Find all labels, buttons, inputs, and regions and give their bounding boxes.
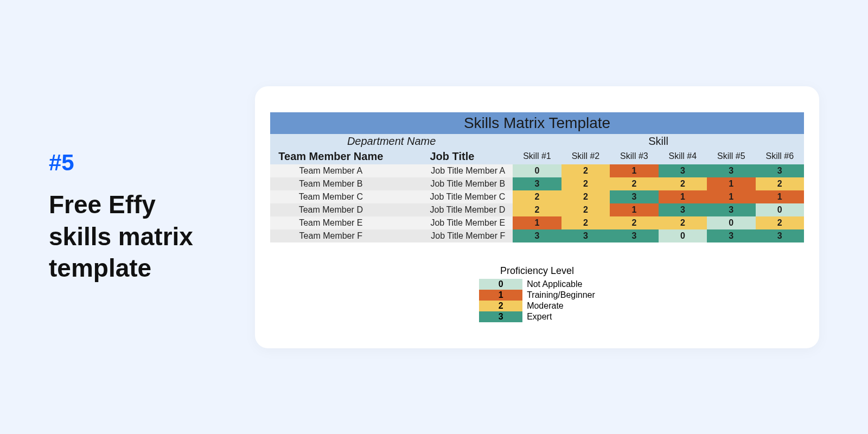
skill-cell: 2: [756, 177, 804, 190]
member-name: Team Member A: [270, 164, 392, 177]
skill-cell: 3: [659, 164, 707, 177]
skill-cell: 3: [513, 177, 561, 190]
skill-cell: 2: [610, 216, 658, 229]
legend-label: Training/Beginner: [522, 290, 595, 300]
skill-cell: 1: [756, 190, 804, 203]
member-name: Team Member C: [270, 190, 392, 203]
skill-cell: 3: [513, 229, 561, 242]
skill-cell: 1: [659, 190, 707, 203]
skill-header: Skill #1: [513, 149, 561, 164]
skill-cell: 3: [561, 229, 610, 242]
skill-cell: 3: [756, 229, 804, 242]
skill-cell: 1: [610, 203, 658, 216]
skill-cell: 3: [659, 203, 707, 216]
skill-cell: 1: [707, 190, 755, 203]
page-title: Free Effy skills matrix template: [49, 189, 222, 285]
template-card: Skills Matrix Template Department Name S…: [255, 86, 819, 348]
table-row: Team Member BJob Title Member B322212: [270, 177, 804, 190]
skill-cell: 2: [756, 216, 804, 229]
legend-row: 0Not Applicable: [479, 279, 595, 290]
table-row: Team Member EJob Title Member E122202: [270, 216, 804, 229]
skill-cell: 2: [513, 203, 561, 216]
job-title: Job Title Member D: [392, 203, 513, 216]
skill-cell: 1: [513, 216, 561, 229]
skill-cell: 0: [513, 164, 561, 177]
skill-cell: 3: [610, 229, 658, 242]
skill-header: Skill #6: [756, 149, 804, 164]
skill-cell: 3: [610, 190, 658, 203]
job-title: Job Title Member E: [392, 216, 513, 229]
skill-cell: 0: [756, 203, 804, 216]
skill-cell: 2: [561, 190, 610, 203]
table-row: Team Member CJob Title Member C223111: [270, 190, 804, 203]
table-row: Team Member AJob Title Member A021333: [270, 164, 804, 177]
skill-header: Skill #3: [610, 149, 658, 164]
job-title: Job Title Member B: [392, 177, 513, 190]
legend-row: 3Expert: [479, 311, 595, 322]
member-name: Team Member B: [270, 177, 392, 190]
job-title: Job Title Member A: [392, 164, 513, 177]
legend-label: Moderate: [522, 301, 564, 311]
member-name: Team Member F: [270, 229, 392, 242]
skill-cell: 2: [513, 190, 561, 203]
department-label: Department Name: [347, 135, 436, 147]
member-name: Team Member E: [270, 216, 392, 229]
skill-cell: 1: [707, 177, 755, 190]
skill-header: Skill #5: [707, 149, 755, 164]
skill-cell: 2: [659, 216, 707, 229]
legend-swatch: 0: [479, 279, 522, 290]
job-header: Job Title: [392, 149, 513, 164]
matrix-banner: Skills Matrix Template: [270, 112, 804, 134]
skill-cell: 3: [756, 164, 804, 177]
skill-cell: 1: [610, 164, 658, 177]
legend-row: 1Training/Beginner: [479, 290, 595, 301]
legend-title: Proficiency Level: [479, 265, 595, 277]
job-title: Job Title Member C: [392, 190, 513, 203]
legend-label: Not Applicable: [522, 279, 582, 289]
skill-cell: 2: [610, 177, 658, 190]
skill-cell: 2: [561, 203, 610, 216]
skill-cell: 0: [707, 216, 755, 229]
skill-group-label: Skill: [513, 134, 804, 149]
legend-swatch: 3: [479, 311, 522, 322]
skill-header: Skill #4: [659, 149, 707, 164]
skill-cell: 3: [707, 229, 755, 242]
table-row: Team Member DJob Title Member D221330: [270, 203, 804, 216]
number-tag: #5: [49, 150, 222, 176]
job-title: Job Title Member F: [392, 229, 513, 242]
skill-header: Skill #2: [561, 149, 610, 164]
skill-cell: 3: [707, 203, 755, 216]
skill-cell: 3: [707, 164, 755, 177]
legend: Proficiency Level 0Not Applicable1Traini…: [270, 265, 804, 322]
skill-cell: 2: [659, 177, 707, 190]
member-name: Team Member D: [270, 203, 392, 216]
legend-swatch: 1: [479, 290, 522, 301]
skill-cell: 2: [561, 177, 610, 190]
skill-cell: 0: [659, 229, 707, 242]
table-row: Team Member FJob Title Member F333033: [270, 229, 804, 242]
skills-matrix-table: Skills Matrix Template Department Name S…: [270, 112, 804, 242]
left-panel: #5 Free Effy skills matrix template: [49, 150, 222, 285]
legend-swatch: 2: [479, 301, 522, 311]
legend-label: Expert: [522, 312, 552, 322]
name-header: Team Member Name: [270, 149, 392, 164]
skill-cell: 2: [561, 216, 610, 229]
skill-cell: 2: [561, 164, 610, 177]
legend-row: 2Moderate: [479, 301, 595, 311]
